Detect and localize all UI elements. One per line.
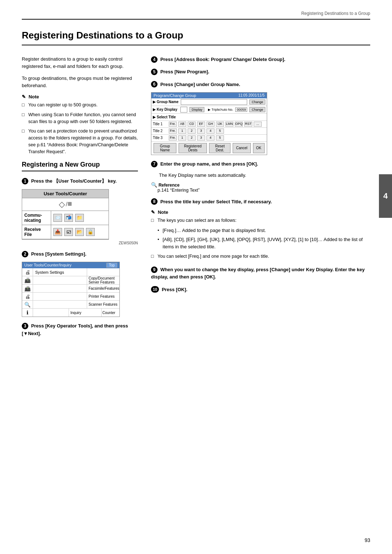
pcg-footer-regdests[interactable]: Registered Dests — [179, 143, 207, 153]
uti-row-1: 🖨 System Settings — [22, 268, 119, 276]
pcg-title2-fre[interactable]: Fre. — [169, 129, 177, 134]
utc-commu-label: Commu-nicating — [22, 211, 51, 225]
uti-icon-1: 🖨 — [22, 268, 33, 276]
utc-caption: ZEWS050N — [22, 241, 138, 245]
pcg-title1-opq[interactable]: OPQ — [235, 122, 243, 127]
pcg-title3-row: Title 3 Fre. 1 2 3 4 5 — [151, 135, 267, 142]
step-number-7: 7 — [151, 161, 158, 167]
step-number-4: 4 — [151, 56, 158, 63]
note-item-3: You can set a protection code to prevent… — [22, 128, 138, 155]
pcg-title2-2[interactable]: 2 — [188, 129, 196, 134]
commu-icon-1: 📨 — [53, 214, 62, 222]
pcg-title1-lmn[interactable]: LMN — [225, 122, 233, 127]
pcg-footer: Group Name Registered Dests Reset Dest. … — [151, 142, 267, 155]
uti-extra-5: Scanner Features — [87, 301, 119, 308]
pcg-title2-1[interactable]: 1 — [178, 129, 186, 134]
page-title: Registering Destinations to a Group — [22, 30, 370, 45]
pcg-title3-3[interactable]: 3 — [197, 135, 205, 140]
note-item-r2: You can select [Freq.] and one more page… — [151, 253, 370, 260]
utc-commu-icons: 📨 📬 📁 — [51, 211, 109, 225]
page-number: 93 — [364, 537, 370, 543]
counter-icon: ▦ — [68, 200, 72, 208]
uti-label-5 — [33, 301, 87, 308]
pcg-keydisplay-input[interactable] — [180, 107, 187, 113]
pcg-title1-gh[interactable]: GH — [207, 122, 215, 127]
page-container: 4 Registering Destinations to a Group Re… — [0, 0, 392, 554]
pcg-triplebox: ▶ Triple/Auto No. — [208, 108, 233, 111]
pcg-change-btn[interactable]: Change — [249, 99, 265, 105]
pcg-title1-ef[interactable]: EF — [197, 122, 205, 127]
step-7: 7 Enter the group name, and then press [… — [151, 160, 370, 193]
pcg-title1-rst[interactable]: RST — [244, 122, 252, 127]
bullet-item-1: [Freq.]… Added to the page that is displ… — [158, 227, 370, 234]
uti-icon-3: 📠 — [22, 285, 33, 292]
uti-icon-5: 🔍 — [22, 301, 33, 308]
pcg-selecttitle-label: ▶ Select Title — [153, 115, 178, 119]
pcg-title1-more[interactable]: ... — [254, 122, 262, 127]
step-2: 2 Press [System Settings]. User Tools/Co… — [22, 250, 138, 317]
note-section-left: ✎ Note You can register up to 500 groups… — [22, 94, 138, 155]
pcg-title3-2[interactable]: 2 — [188, 135, 196, 140]
uti-row-5: 🔍 Scanner Features — [22, 301, 119, 309]
pcg-title1-label: Title 1 — [153, 122, 167, 126]
pcg-title3-4[interactable]: 4 — [207, 135, 215, 140]
uti-icon-6: ℹ — [22, 309, 33, 317]
uti-row-4: 🖨 Printer Features — [22, 293, 119, 301]
step-6: 6 Press [Change] under Group Name. Progr… — [151, 81, 370, 155]
pcg-display-btn[interactable]: Display — [189, 107, 205, 112]
step-5: 5 Press [New Program]. — [151, 68, 370, 75]
step-number-6: 6 — [151, 81, 158, 87]
step-number-2: 2 — [22, 251, 28, 257]
bullet-list: [Freq.]… Added to the page that is displ… — [158, 227, 370, 250]
utc-header: User Tools/Counter — [22, 190, 109, 198]
pcg-title3-1[interactable]: 1 — [178, 135, 186, 140]
uti-counter-cell: Counter — [101, 309, 119, 317]
step-number-9: 9 — [151, 266, 158, 273]
uti-row-2: 📠 Copy/Document Server Features — [22, 276, 119, 285]
reference-title: Reference — [159, 183, 180, 188]
pcg-footer-groupname[interactable]: Group Name — [154, 143, 176, 153]
diamond-icon: ◇ — [59, 200, 65, 208]
pcg-groupname-input[interactable] — [181, 99, 248, 105]
note-icon-right: ✎ — [151, 209, 155, 215]
pcg-title3-label: Title 3 — [153, 136, 167, 140]
section-heading: Registering a New Group — [22, 161, 138, 171]
uti-row-6: ℹ Inquiry Counter — [22, 309, 119, 317]
pcg-selecttitle-row: ▶ Select Title — [151, 114, 267, 121]
main-content: Registering Destinations to a Group Regi… — [0, 0, 392, 554]
receive-icon-3: 📂 — [75, 228, 84, 236]
uti-top-btn[interactable]: Top — [106, 263, 117, 268]
note-item-2: When using Scan to Folder function, you … — [22, 111, 138, 125]
pcg-footer-resetdest[interactable]: Reset Dest. — [209, 143, 230, 153]
uti-label-3 — [33, 285, 87, 292]
utc-receive-icons: 📥 🖃 📂 🔒 — [51, 225, 109, 239]
step-10: 10 Press [OK]. — [151, 286, 370, 293]
pcg-footer-cancel[interactable]: Cancel — [233, 143, 250, 153]
pcg-title2-3[interactable]: 3 — [197, 129, 205, 134]
pcg-title3-fre[interactable]: Fre. — [169, 135, 177, 140]
uti-label-1: System Settings — [33, 268, 87, 276]
uti-label-2 — [33, 276, 87, 284]
pcg-title1-ijk[interactable]: IJK — [216, 122, 224, 127]
pcg-title2-5[interactable]: 5 — [216, 129, 224, 134]
reference-text: p.141 “Entering Text” — [158, 188, 370, 193]
step-number-10: 10 — [151, 286, 159, 293]
step-text-2: Press [System Settings]. — [31, 251, 86, 257]
step-text-10: Press [OK]. — [162, 287, 188, 292]
pcg-title1-fre[interactable]: Fre. — [169, 122, 177, 127]
pcg-title2-4[interactable]: 4 — [207, 129, 215, 134]
uti-header: User Tools/Counter/Inquiry Top — [22, 262, 119, 268]
pcg-title1-ab[interactable]: AB — [178, 122, 186, 127]
commu-icon-3: 📁 — [75, 214, 84, 222]
pcg-title1-cd[interactable]: CD — [188, 122, 196, 127]
uti-icon-4: 🖨 — [22, 293, 33, 300]
step-1: 1 Press the 【User Tools/Counter】 key. Us… — [22, 177, 138, 245]
step-text-9: When you want to change the key display,… — [151, 267, 365, 280]
step-number-1: 1 — [22, 178, 28, 184]
note-title-left: ✎ Note — [22, 94, 138, 99]
uti-extra-1 — [87, 268, 119, 276]
pcg-change-btn-2[interactable]: Change — [249, 107, 265, 112]
pcg-title1-row: Title 1 Fre. AB CD EF GH IJK LMN OPQ RST… — [151, 121, 267, 128]
pcg-title3-5[interactable]: 5 — [216, 135, 224, 140]
pcg-footer-ok[interactable]: OK — [253, 143, 265, 153]
